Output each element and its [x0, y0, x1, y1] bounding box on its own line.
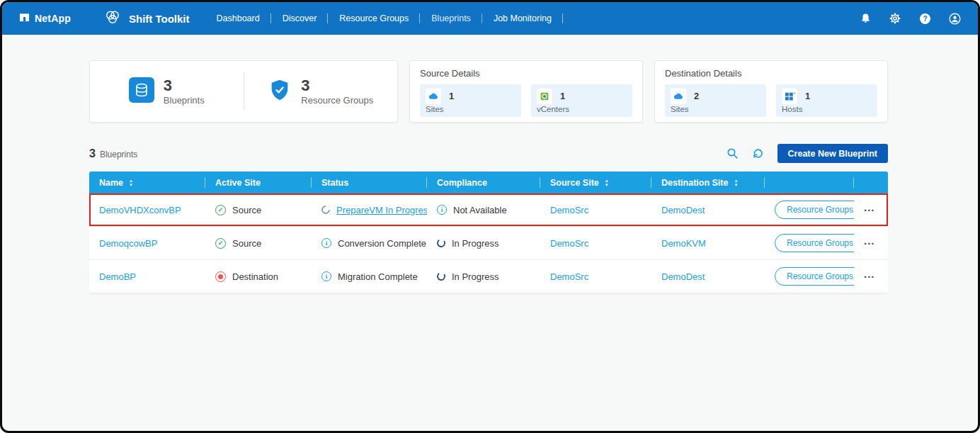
sort-icon[interactable] — [734, 179, 738, 187]
blueprints-list-count: 3 — [89, 147, 96, 160]
source-check-icon — [215, 205, 226, 215]
resource-groups-button[interactable]: Resource Groups — [775, 201, 854, 219]
destination-sites-count: 2 — [694, 91, 760, 101]
table-row: DemoBP Destination Migration Complete In… — [89, 260, 888, 293]
destination-sites-stat: 2 Sites — [665, 84, 766, 117]
blueprint-name-link[interactable]: DemoVHDXconvBP — [99, 205, 181, 215]
compliance-spinner-icon — [436, 238, 446, 248]
info-icon — [321, 238, 331, 248]
column-header-source-site[interactable]: Source Site — [540, 171, 651, 193]
create-new-blueprint-button[interactable]: Create New Blueprint — [777, 144, 888, 163]
resource-groups-button[interactable]: Resource Groups — [775, 234, 854, 252]
nav-item-discover[interactable]: Discover — [271, 2, 329, 35]
destination-sites-label: Sites — [671, 105, 760, 113]
blueprint-name-link[interactable]: DemoqcowBP — [99, 238, 157, 249]
bell-icon[interactable] — [859, 12, 872, 25]
summary-cards-row: 3 Blueprints 3 Resource Groups Source — [89, 60, 888, 123]
status-spinner-icon — [320, 204, 332, 216]
table-row: DemoqcowBP Source Conversion Complete In… — [89, 227, 888, 260]
primary-nav: Dashboard Discover Resource Groups Bluep… — [205, 2, 563, 35]
row-menu-ellipsis[interactable]: ... — [864, 238, 875, 248]
search-icon[interactable] — [727, 147, 739, 160]
row-menu-ellipsis[interactable]: ... — [864, 271, 875, 281]
source-vcenters-stat: 1 vCenters — [531, 84, 632, 117]
destination-site-value: DemoDest — [661, 271, 705, 282]
sort-icon[interactable] — [129, 179, 133, 187]
sort-icon[interactable] — [605, 179, 609, 187]
destination-details-title: Destination Details — [665, 68, 877, 79]
blueprint-name-link[interactable]: DemoBP — [99, 271, 136, 282]
hyperv-windows-icon: H-V — [782, 89, 797, 104]
netapp-logo-icon — [19, 12, 30, 26]
app-header: Shift Toolkit — [103, 8, 190, 29]
vcenter-icon — [537, 89, 552, 104]
netapp-brand: NetApp — [19, 12, 71, 26]
refresh-icon[interactable] — [752, 147, 765, 160]
source-sites-label: Sites — [426, 105, 515, 113]
status-link[interactable]: PrepareVM In Progress — [336, 205, 427, 215]
nav-item-resource-groups[interactable]: Resource Groups — [328, 2, 420, 35]
source-details-card: Source Details 1 Sites 1 vCe — [409, 60, 643, 123]
source-sites-count: 1 — [449, 91, 515, 101]
source-check-icon — [215, 238, 226, 249]
svg-text:?: ? — [923, 15, 927, 23]
active-site-value: Source — [232, 238, 261, 249]
source-site-value: DemoSrc — [550, 205, 588, 215]
column-header-name[interactable]: Name — [89, 171, 205, 193]
info-icon — [437, 205, 447, 215]
cloud-icon — [671, 89, 686, 104]
destination-hosts-stat: H-V 1 Hosts — [776, 84, 877, 117]
source-site-value: DemoSrc — [550, 238, 588, 249]
shield-check-icon — [268, 78, 292, 105]
nav-item-job-monitoring[interactable]: Job Monitoring — [482, 2, 563, 35]
table-row: DemoVHDXconvBP Source PrepareVM In Progr… — [89, 193, 888, 227]
compliance-value: In Progress — [452, 271, 498, 282]
resource-groups-button[interactable]: Resource Groups — [775, 267, 854, 286]
row-menu-ellipsis[interactable]: ... — [864, 205, 875, 215]
nav-item-blueprints[interactable]: Blueprints — [420, 2, 482, 35]
table-header-row: Name Active Site Status Compliance Sourc… — [89, 171, 888, 193]
compliance-value: In Progress — [452, 238, 498, 249]
column-header-menu — [854, 171, 888, 193]
column-header-compliance: Compliance — [427, 171, 540, 193]
source-vcenters-label: vCenters — [537, 105, 627, 113]
main-content: 3 Blueprints 3 Resource Groups Source — [2, 35, 978, 293]
source-sites-stat: 1 Sites — [420, 84, 521, 117]
status-value: Migration Complete — [338, 271, 418, 282]
counts-card: 3 Blueprints 3 Resource Groups — [89, 60, 398, 123]
destination-site-value: DemoKVM — [661, 238, 706, 249]
source-site-value: DemoSrc — [550, 271, 588, 282]
destination-details-card: Destination Details 2 Sites H-V 1 — [654, 60, 888, 123]
svg-text:H-V: H-V — [793, 92, 796, 95]
status-value: Conversion Complete — [338, 238, 426, 249]
resource-groups-count: 3 — [301, 78, 373, 94]
cloud-icon — [426, 89, 441, 104]
settings-gear-icon[interactable] — [889, 12, 901, 25]
active-site-value: Destination — [232, 271, 278, 282]
app-window: NetApp Shift Toolkit Dashboard Discover … — [0, 0, 980, 433]
info-icon — [321, 271, 331, 281]
blueprints-count-group: 3 Blueprints — [90, 77, 244, 106]
blueprints-database-icon — [129, 77, 154, 106]
destination-hosts-count: 1 — [805, 91, 872, 101]
column-header-actions — [765, 171, 854, 193]
blueprints-list-label: Blueprints — [100, 150, 137, 159]
shift-toolkit-logo-icon — [103, 8, 122, 29]
account-icon[interactable] — [948, 12, 961, 25]
top-navigation-bar: NetApp Shift Toolkit Dashboard Discover … — [2, 2, 978, 35]
help-icon[interactable]: ? — [918, 12, 931, 25]
blueprints-table: Name Active Site Status Compliance Sourc… — [89, 171, 888, 293]
column-header-status: Status — [312, 171, 427, 193]
brand-text: NetApp — [35, 13, 71, 24]
resource-groups-count-group: 3 Resource Groups — [244, 78, 398, 106]
compliance-spinner-icon — [436, 271, 446, 281]
column-header-destination-site[interactable]: Destination Site — [651, 171, 765, 193]
resource-groups-count-label: Resource Groups — [301, 95, 373, 106]
destination-site-value: DemoDest — [661, 205, 705, 215]
app-title: Shift Toolkit — [129, 13, 190, 25]
nav-item-dashboard[interactable]: Dashboard — [205, 2, 271, 35]
destination-hosts-label: Hosts — [782, 105, 872, 113]
source-vcenters-count: 1 — [560, 91, 627, 101]
active-site-value: Source — [232, 205, 261, 215]
source-details-title: Source Details — [420, 68, 632, 79]
